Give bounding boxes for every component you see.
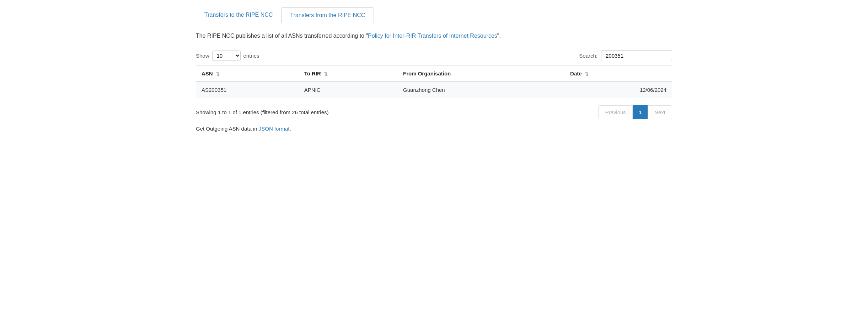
page-1-button[interactable]: 1: [633, 105, 648, 119]
tabs-bar: Transfers to the RIPE NCC Transfers from…: [196, 7, 672, 23]
show-label: Show: [196, 53, 209, 59]
col-header-to-rir[interactable]: To RIR ⇅: [299, 66, 397, 81]
show-entries-control: Show 10 25 50 100 entries: [196, 51, 259, 61]
desc-text-before: The RIPE NCC publishes a list of all ASN…: [196, 33, 368, 39]
json-text-before: Get Outgoing ASN data in: [196, 126, 259, 132]
cell-date: 12/06/2024: [564, 81, 672, 98]
entries-select[interactable]: 10 25 50 100: [212, 51, 241, 61]
table-row: AS200351 APNIC Guanzhong Chen 12/06/2024: [196, 81, 672, 98]
next-button[interactable]: Next: [648, 105, 672, 119]
json-text-after: .: [289, 126, 291, 132]
col-header-asn[interactable]: ASN ⇅: [196, 66, 299, 81]
tab-transfers-from[interactable]: Transfers from the RIPE NCC: [281, 7, 374, 23]
col-header-from-org[interactable]: From Organisation: [397, 66, 564, 81]
table-header-row: ASN ⇅ To RIR ⇅ From Organisation Date ⇅: [196, 66, 672, 81]
tab-transfers-to[interactable]: Transfers to the RIPE NCC: [196, 7, 281, 23]
showing-text: Showing 1 to 1 of 1 entries (filtered fr…: [196, 109, 329, 115]
table-footer: Showing 1 to 1 of 1 entries (filtered fr…: [196, 105, 672, 119]
json-link-row: Get Outgoing ASN data in JSON format.: [196, 126, 672, 132]
cell-asn: AS200351: [196, 81, 299, 98]
cell-from-org: Guanzhong Chen: [397, 81, 564, 98]
entries-label: entries: [243, 53, 259, 59]
cell-to-rir: APNIC: [299, 81, 397, 98]
policy-link[interactable]: Policy for Inter-RIR Transfers of Intern…: [368, 33, 497, 39]
search-box: Search:: [579, 50, 672, 61]
pagination: Previous 1 Next: [598, 105, 672, 119]
table-controls: Show 10 25 50 100 entries Search:: [196, 50, 672, 61]
asn-table: ASN ⇅ To RIR ⇅ From Organisation Date ⇅ …: [196, 65, 672, 98]
search-label: Search:: [579, 53, 598, 59]
previous-button[interactable]: Previous: [598, 105, 632, 119]
page-container: Transfers to the RIPE NCC Transfers from…: [185, 0, 683, 139]
col-header-date[interactable]: Date ⇅: [564, 66, 672, 81]
sort-icon-to-rir: ⇅: [324, 72, 328, 77]
search-input[interactable]: [601, 50, 672, 61]
desc-text-after: ".: [497, 33, 501, 39]
sort-icon-asn: ⇅: [216, 72, 220, 77]
sort-icon-date: ⇅: [585, 72, 589, 77]
description-text: The RIPE NCC publishes a list of all ASN…: [196, 32, 672, 40]
json-format-link[interactable]: JSON format: [259, 126, 290, 132]
